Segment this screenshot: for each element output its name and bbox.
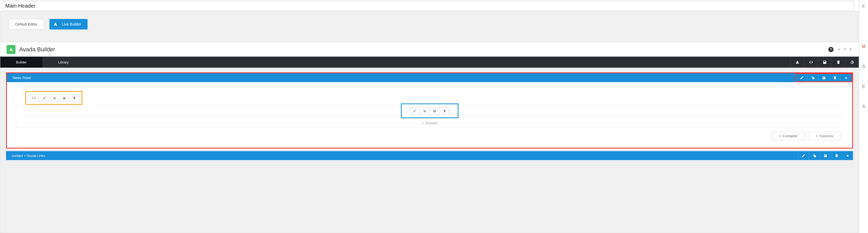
tab-builder[interactable]: Builder (0, 57, 42, 68)
add-element-label: Element (426, 121, 437, 125)
container-edit-icon[interactable] (796, 74, 807, 81)
editor-mode-bar: Default Editor Live Builder (0, 11, 859, 42)
avada-icon (53, 21, 58, 27)
container-clone-icon[interactable] (809, 151, 820, 160)
plus-icon: + (779, 134, 781, 138)
element-row (16, 106, 843, 116)
plus-icon: + (422, 121, 424, 125)
add-columns-button[interactable]: + Columns (808, 132, 841, 140)
element-save-icon[interactable] (430, 107, 440, 115)
add-container-button[interactable]: + Container (772, 132, 805, 140)
side-letter: E (859, 82, 868, 92)
right-sidebar-strip: F M S E S (859, 0, 868, 233)
caret-toggle-icon[interactable] (849, 48, 852, 52)
column-toolbar-highlight: 1/1 (25, 91, 82, 105)
side-letter (859, 92, 868, 101)
element-edit-icon[interactable] (410, 107, 420, 115)
container-header[interactable]: contact + Social Links (6, 151, 853, 160)
tab-library[interactable]: Library (42, 57, 85, 68)
column-edit-icon[interactable] (39, 94, 50, 101)
side-letter: S (859, 62, 868, 71)
container-label: News Ticker (12, 76, 31, 80)
container-collapse-icon[interactable] (840, 74, 851, 81)
element-clone-icon[interactable] (420, 107, 430, 115)
container-edit-icon[interactable] (798, 151, 809, 160)
side-letter (859, 22, 868, 32)
post-title-input[interactable] (2, 1, 854, 10)
side-letter (859, 52, 868, 62)
plus-icon: + (816, 134, 818, 138)
container-save-icon[interactable] (818, 74, 829, 81)
trash-icon[interactable] (831, 57, 845, 68)
container-news-ticker: News Ticker (6, 72, 853, 148)
container-clone-icon[interactable] (807, 74, 818, 81)
element-trash-icon[interactable] (440, 107, 450, 115)
side-letter (859, 11, 868, 22)
element-toolbar-highlight (401, 104, 459, 118)
add-container-icon[interactable] (790, 57, 804, 68)
container-label: contact + Social Links (12, 154, 45, 158)
element-toolbar (409, 107, 450, 115)
caret-up-icon[interactable] (837, 48, 841, 52)
side-letter: S (859, 101, 868, 112)
container-save-icon[interactable] (820, 151, 831, 160)
column-toolbar: 1/1 (28, 94, 80, 102)
side-letter (859, 32, 868, 41)
add-columns-label: Columns (819, 134, 833, 138)
add-element-button[interactable]: + Element (16, 118, 843, 128)
add-container-label: Container (783, 134, 798, 138)
container-collapse-icon[interactable] (842, 151, 853, 160)
history-icon[interactable] (845, 57, 859, 68)
default-editor-button[interactable]: Default Editor (9, 19, 44, 29)
code-icon[interactable] (804, 57, 818, 68)
avada-logo (7, 45, 16, 54)
column-trash-icon[interactable] (69, 94, 79, 101)
container-contact-social: contact + Social Links (6, 151, 853, 160)
side-letter: M (859, 41, 868, 52)
column-ratio-label[interactable]: 1/1 (28, 94, 39, 101)
column-clone-icon[interactable] (50, 94, 59, 101)
container-header[interactable]: News Ticker (7, 73, 852, 82)
help-button[interactable]: ? (828, 47, 834, 52)
side-letter (859, 71, 868, 82)
live-builder-label: Live Builder (62, 22, 81, 26)
column-save-icon[interactable] (59, 94, 69, 101)
caret-down-icon[interactable] (843, 48, 847, 52)
container-trash-icon[interactable] (831, 151, 842, 160)
side-letter: F (859, 2, 868, 11)
container-trash-icon[interactable] (829, 74, 840, 81)
avada-builder-title: Avada Builder (19, 46, 55, 53)
builder-tab-strip: Builder Library (0, 57, 859, 68)
save-icon[interactable] (818, 57, 831, 68)
collapse-controls (837, 48, 852, 52)
live-builder-button[interactable]: Live Builder (50, 19, 88, 29)
avada-builder-header: Avada Builder ? (0, 42, 859, 57)
